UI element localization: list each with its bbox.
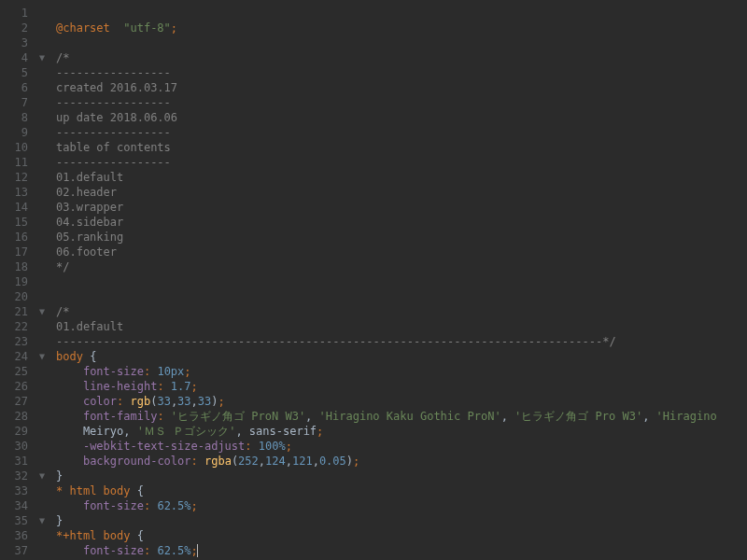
code-line[interactable]: * html body { xyxy=(56,483,740,498)
line-number[interactable]: 10 xyxy=(4,140,28,155)
fold-marker[interactable]: ▼ xyxy=(35,304,49,319)
code-line[interactable]: 03.wrapper xyxy=(56,200,740,215)
code-line[interactable]: body { xyxy=(56,349,740,364)
line-number[interactable]: 23 xyxy=(4,334,28,349)
fold-marker[interactable] xyxy=(35,21,49,35)
fold-marker[interactable] xyxy=(35,289,49,304)
fold-marker[interactable] xyxy=(35,274,49,289)
fold-marker[interactable]: ▼ xyxy=(35,349,49,364)
line-number[interactable]: 3 xyxy=(4,35,28,50)
fold-marker[interactable] xyxy=(35,259,49,274)
code-line[interactable]: /* xyxy=(56,304,740,319)
fold-marker[interactable] xyxy=(35,498,49,513)
line-number[interactable]: 34 xyxy=(4,498,28,513)
code-line[interactable]: ----------------------------------------… xyxy=(56,334,740,349)
line-number[interactable]: 29 xyxy=(4,424,28,439)
fold-marker[interactable] xyxy=(35,80,49,95)
code-line[interactable]: font-size: 62.5%; xyxy=(56,543,740,558)
code-line[interactable]: ----------------- xyxy=(56,155,740,170)
fold-marker[interactable] xyxy=(35,125,49,140)
line-number[interactable]: 32 xyxy=(4,469,28,483)
fold-marker[interactable] xyxy=(35,140,49,155)
code-line[interactable]: font-family: 'ヒラギノ角ゴ ProN W3', 'Hiragino… xyxy=(56,409,740,424)
fold-marker[interactable] xyxy=(35,319,49,334)
line-number[interactable]: 27 xyxy=(4,394,28,409)
line-number[interactable]: 4 xyxy=(4,50,28,65)
fold-marker[interactable] xyxy=(35,170,49,185)
code-line[interactable]: @charset "utf-8"; xyxy=(56,21,740,35)
code-line[interactable]: /* xyxy=(56,50,740,65)
line-number[interactable]: 26 xyxy=(4,379,28,394)
fold-marker[interactable] xyxy=(35,6,49,21)
line-number[interactable]: 30 xyxy=(4,439,28,454)
line-number[interactable]: 35 xyxy=(4,513,28,528)
line-number[interactable]: 18 xyxy=(4,259,28,274)
line-number[interactable]: 13 xyxy=(4,185,28,200)
line-number[interactable]: 36 xyxy=(4,528,28,543)
code-line[interactable]: font-size: 62.5%; xyxy=(56,498,740,513)
code-line[interactable]: } xyxy=(56,469,740,483)
fold-marker[interactable]: ▼ xyxy=(35,513,49,528)
fold-marker[interactable] xyxy=(35,409,49,424)
code-line[interactable]: 06.footer xyxy=(56,245,740,259)
code-line[interactable]: created 2016.03.17 xyxy=(56,80,740,95)
line-number[interactable]: 5 xyxy=(4,65,28,80)
code-line[interactable]: font-size: 10px; xyxy=(56,364,740,379)
fold-marker[interactable] xyxy=(35,230,49,245)
code-line[interactable]: 05.ranking xyxy=(56,230,740,245)
fold-marker[interactable] xyxy=(35,454,49,469)
code-line[interactable]: ----------------- xyxy=(56,65,740,80)
line-number[interactable]: 20 xyxy=(4,289,28,304)
code-line[interactable]: table of contents xyxy=(56,140,740,155)
line-number[interactable]: 6 xyxy=(4,80,28,95)
fold-marker[interactable] xyxy=(35,185,49,200)
code-line[interactable] xyxy=(56,274,740,289)
code-line[interactable]: 02.header xyxy=(56,185,740,200)
fold-marker[interactable] xyxy=(35,215,49,230)
line-number[interactable]: 25 xyxy=(4,364,28,379)
fold-marker[interactable] xyxy=(35,439,49,454)
line-number[interactable]: 11 xyxy=(4,155,28,170)
line-number[interactable]: 33 xyxy=(4,483,28,498)
line-number[interactable]: 21 xyxy=(4,304,28,319)
line-number[interactable]: 24 xyxy=(4,349,28,364)
fold-marker[interactable] xyxy=(35,245,49,259)
fold-marker[interactable] xyxy=(35,155,49,170)
code-line[interactable]: 01.default xyxy=(56,319,740,334)
fold-marker[interactable]: ▼ xyxy=(35,50,49,65)
fold-marker[interactable] xyxy=(35,364,49,379)
code-line[interactable]: up date 2018.06.06 xyxy=(56,110,740,125)
fold-marker[interactable]: ▼ xyxy=(35,469,49,483)
fold-gutter[interactable]: ▼▼▼▼▼ xyxy=(35,0,49,560)
fold-marker[interactable] xyxy=(35,394,49,409)
code-line[interactable]: *+html body { xyxy=(56,528,740,543)
line-number[interactable]: 8 xyxy=(4,110,28,125)
line-number[interactable]: 17 xyxy=(4,245,28,259)
code-line[interactable]: } xyxy=(56,513,740,528)
fold-marker[interactable] xyxy=(35,543,49,558)
line-number[interactable]: 28 xyxy=(4,409,28,424)
code-line[interactable]: ----------------- xyxy=(56,125,740,140)
fold-marker[interactable] xyxy=(35,35,49,50)
fold-marker[interactable] xyxy=(35,379,49,394)
fold-marker[interactable] xyxy=(35,200,49,215)
line-number[interactable]: 7 xyxy=(4,95,28,110)
line-number[interactable]: 19 xyxy=(4,274,28,289)
line-number[interactable]: 15 xyxy=(4,215,28,230)
line-number[interactable]: 1 xyxy=(4,6,28,21)
fold-marker[interactable] xyxy=(35,95,49,110)
fold-marker[interactable] xyxy=(35,424,49,439)
code-line[interactable]: background-color: rgba(252,124,121,0.05)… xyxy=(56,454,740,469)
line-number-gutter[interactable]: 1234567891011121314151617181920212223242… xyxy=(0,0,35,560)
line-number[interactable]: 14 xyxy=(4,200,28,215)
fold-marker[interactable] xyxy=(35,65,49,80)
line-number[interactable]: 9 xyxy=(4,125,28,140)
code-line[interactable]: color: rgb(33,33,33); xyxy=(56,394,740,409)
line-number[interactable]: 22 xyxy=(4,319,28,334)
line-number[interactable]: 37 xyxy=(4,543,28,558)
code-line[interactable]: 01.default xyxy=(56,170,740,185)
code-line[interactable]: -webkit-text-size-adjust: 100%; xyxy=(56,439,740,454)
code-line[interactable]: line-height: 1.7; xyxy=(56,379,740,394)
fold-marker[interactable] xyxy=(35,483,49,498)
line-number[interactable]: 31 xyxy=(4,454,28,469)
